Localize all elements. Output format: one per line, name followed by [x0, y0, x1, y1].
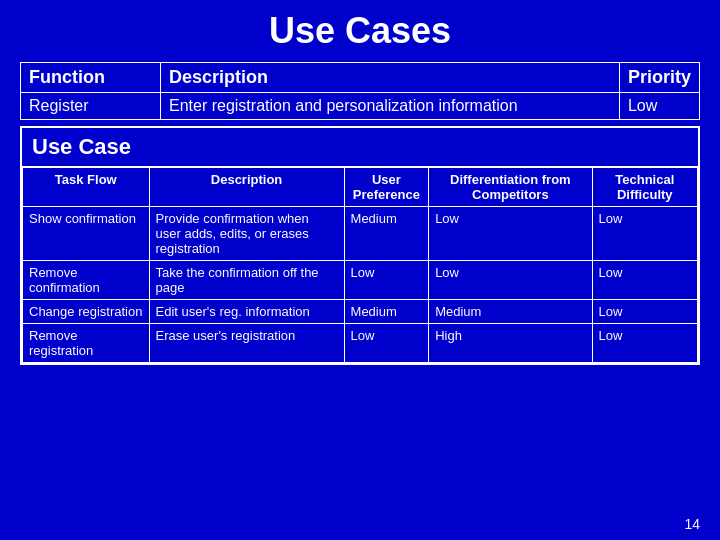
priority-header: Priority: [619, 63, 699, 93]
inner-table: Task Flow Description User Preference Di…: [22, 167, 698, 363]
page-container: Use Cases Function Description Priority …: [0, 0, 720, 540]
table-row: Show confirmation Provide confirmation w…: [23, 207, 698, 261]
row4-desc: Erase user's registration: [149, 324, 344, 363]
top-table: Function Description Priority Register E…: [20, 62, 700, 120]
use-case-title: Use Case: [22, 128, 698, 167]
row2-task: Remove confirmation: [23, 261, 150, 300]
row3-tech: Low: [592, 300, 697, 324]
register-desc: Enter registration and personalization i…: [161, 93, 620, 120]
row2-desc: Take the confirmation off the page: [149, 261, 344, 300]
col-header-user: User Preference: [344, 168, 429, 207]
row4-diff: High: [429, 324, 592, 363]
row2-diff: Low: [429, 261, 592, 300]
use-case-box: Use Case Task Flow Description User Pref…: [20, 126, 700, 365]
register-priority: Low: [619, 93, 699, 120]
col-header-diff: Differentiation from Competitors: [429, 168, 592, 207]
row1-user: Medium: [344, 207, 429, 261]
row2-user: Low: [344, 261, 429, 300]
row2-tech: Low: [592, 261, 697, 300]
row3-task: Change registration: [23, 300, 150, 324]
row4-task: Remove registration: [23, 324, 150, 363]
table-row: Remove registration Erase user's registr…: [23, 324, 698, 363]
row3-desc: Edit user's reg. information: [149, 300, 344, 324]
col-header-task: Task Flow: [23, 168, 150, 207]
col-header-tech: Technical Difficulty: [592, 168, 697, 207]
row1-task: Show confirmation: [23, 207, 150, 261]
table-row: Change registration Edit user's reg. inf…: [23, 300, 698, 324]
row3-user: Medium: [344, 300, 429, 324]
row3-diff: Medium: [429, 300, 592, 324]
description-header: Description: [161, 63, 620, 93]
register-cell: Register: [21, 93, 161, 120]
page-number: 14: [684, 516, 700, 532]
col-header-desc: Description: [149, 168, 344, 207]
row1-desc: Provide confirmation when user adds, edi…: [149, 207, 344, 261]
row4-user: Low: [344, 324, 429, 363]
row4-tech: Low: [592, 324, 697, 363]
table-row: Remove confirmation Take the confirmatio…: [23, 261, 698, 300]
function-header: Function: [21, 63, 161, 93]
page-title: Use Cases: [20, 10, 700, 52]
row1-diff: Low: [429, 207, 592, 261]
row1-tech: Low: [592, 207, 697, 261]
